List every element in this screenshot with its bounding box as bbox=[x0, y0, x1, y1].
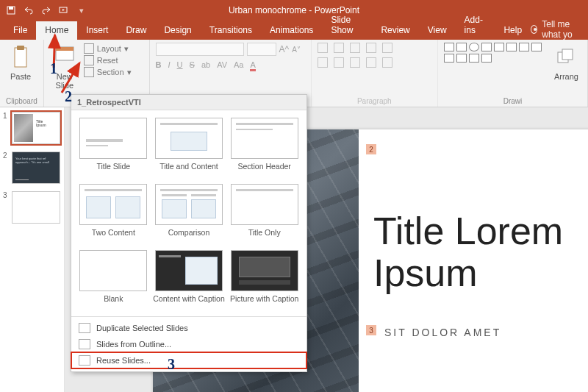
comment-tag-3[interactable]: 3 bbox=[366, 325, 376, 335]
chevron-down-icon: ▾ bbox=[127, 68, 132, 77]
title-bar: ▾ Urban monochrome - PowerPoint bbox=[0, 0, 588, 21]
layout-title-content[interactable]: Title and Content bbox=[153, 118, 226, 179]
slide-subtitle[interactable]: SIT DOLOR AMET bbox=[384, 327, 501, 338]
decrease-font-icon[interactable]: A˅ bbox=[292, 46, 301, 54]
tell-me-label: Tell me what yo bbox=[542, 19, 585, 40]
arrange-button[interactable]: Arrang bbox=[551, 43, 581, 82]
increase-font-icon[interactable]: A^ bbox=[279, 44, 290, 54]
start-slideshow-icon[interactable] bbox=[59, 5, 69, 15]
paste-label: Paste bbox=[10, 72, 31, 81]
strike-button[interactable]: S bbox=[190, 60, 195, 71]
font-size-select[interactable] bbox=[247, 43, 276, 56]
group-label-paragraph: Paragraph bbox=[318, 96, 431, 105]
shape-curve-icon[interactable] bbox=[531, 43, 542, 51]
tab-review[interactable]: Review bbox=[372, 21, 418, 40]
comment-tag-2[interactable]: 2 bbox=[366, 144, 376, 154]
italic-button[interactable]: I bbox=[168, 60, 171, 71]
window-title: Urban monochrome - PowerPoint bbox=[0, 5, 588, 15]
tab-transitions[interactable]: Transitions bbox=[201, 21, 261, 40]
indent-inc-icon[interactable] bbox=[366, 43, 376, 53]
outline-icon bbox=[79, 339, 90, 349]
shapes-palette[interactable] bbox=[444, 43, 547, 63]
shape-arrow-icon[interactable] bbox=[481, 43, 492, 51]
thumb-2[interactable]: 2Your best quote that refapproach... "It… bbox=[3, 152, 61, 184]
shape-rect-icon[interactable] bbox=[456, 43, 467, 51]
chevron-down-icon: ▾ bbox=[124, 44, 129, 54]
layout-comparison[interactable]: Comparison bbox=[153, 184, 226, 246]
menu-reuse-slides[interactable]: Reuse Slides... bbox=[71, 352, 306, 368]
layout-title-only[interactable]: Title Only bbox=[228, 184, 301, 246]
annotation-2: 2 bbox=[65, 88, 72, 105]
numbering-icon[interactable] bbox=[334, 43, 344, 53]
save-icon[interactable] bbox=[6, 5, 16, 15]
arrange-icon bbox=[554, 44, 578, 71]
qat-customize-icon[interactable]: ▾ bbox=[76, 5, 87, 15]
tell-me-search[interactable]: Tell me what yo bbox=[531, 19, 588, 40]
group-label-clipboard: Clipboard bbox=[6, 96, 37, 105]
thumb-3[interactable]: 3 bbox=[3, 191, 61, 224]
line-spacing-icon[interactable] bbox=[382, 43, 392, 53]
layout-two-content[interactable]: Two Content bbox=[77, 184, 150, 246]
gallery-menu: Duplicate Selected Slides Slides from Ou… bbox=[71, 316, 306, 371]
shape-oval-icon[interactable] bbox=[469, 43, 479, 51]
shape-triangle-icon[interactable] bbox=[494, 43, 504, 51]
layout-title-slide[interactable]: Title Slide bbox=[77, 118, 150, 179]
menu-slides-from-outline[interactable]: Slides from Outline... bbox=[71, 336, 306, 352]
tab-help[interactable]: Help bbox=[495, 21, 531, 40]
bullets-icon[interactable] bbox=[318, 43, 328, 53]
shadow-button[interactable]: ab bbox=[201, 60, 210, 71]
shape-star-icon[interactable] bbox=[506, 43, 517, 51]
bold-button[interactable]: B bbox=[156, 60, 162, 71]
thumb-1[interactable]: 1TitleIpsum bbox=[3, 112, 61, 144]
redo-icon[interactable] bbox=[41, 5, 51, 15]
shape-line-icon[interactable] bbox=[444, 43, 454, 51]
shape-more-icon[interactable] bbox=[481, 54, 492, 63]
tab-design[interactable]: Design bbox=[155, 21, 200, 40]
align-right-icon[interactable] bbox=[350, 57, 360, 68]
svg-rect-1 bbox=[9, 7, 13, 10]
indent-dec-icon[interactable] bbox=[350, 43, 360, 53]
case-button[interactable]: Aa bbox=[234, 60, 243, 71]
group-label-drawing: Drawi bbox=[444, 96, 581, 105]
layout-section-header[interactable]: Section Header bbox=[228, 118, 301, 179]
spacing-button[interactable]: AV bbox=[217, 60, 227, 71]
underline-button[interactable]: U bbox=[177, 60, 183, 71]
tab-view[interactable]: View bbox=[419, 21, 456, 40]
tab-insert[interactable]: Insert bbox=[77, 21, 117, 40]
justify-icon[interactable] bbox=[366, 57, 376, 68]
tab-addins[interactable]: Add-ins bbox=[456, 11, 495, 40]
layout-icon bbox=[84, 43, 94, 54]
tab-draw[interactable]: Draw bbox=[117, 21, 155, 40]
layout-button[interactable]: Layout ▾ bbox=[84, 43, 132, 54]
svg-rect-8 bbox=[562, 49, 573, 60]
ribbon-tabs: File Home Insert Draw Design Transitions… bbox=[0, 21, 588, 40]
layout-blank[interactable]: Blank bbox=[77, 250, 150, 312]
slide-title[interactable]: Title LoremIpsum bbox=[373, 210, 563, 294]
duplicate-icon bbox=[79, 323, 90, 333]
font-color-button[interactable]: A bbox=[250, 60, 255, 71]
annotation-3: 3 bbox=[168, 356, 175, 373]
slide-thumbnails: 1TitleIpsum 2Your best quote that refapp… bbox=[0, 107, 65, 392]
shape-brace-icon[interactable] bbox=[444, 54, 454, 63]
group-drawing: Arrang Drawi bbox=[438, 40, 588, 107]
layout-content-caption[interactable]: Content with Caption bbox=[153, 250, 226, 312]
columns-icon[interactable] bbox=[382, 57, 392, 68]
undo-icon[interactable] bbox=[24, 5, 34, 15]
tab-slideshow[interactable]: Slide Show bbox=[322, 11, 372, 40]
align-left-icon[interactable] bbox=[318, 57, 328, 68]
menu-duplicate-slides[interactable]: Duplicate Selected Slides bbox=[71, 320, 306, 336]
layout-picture-caption[interactable]: Picture with Caption bbox=[228, 250, 301, 312]
tab-animations[interactable]: Animations bbox=[261, 21, 322, 40]
reuse-icon bbox=[79, 355, 90, 366]
align-center-icon[interactable] bbox=[334, 57, 344, 68]
shape-callout-icon[interactable] bbox=[456, 54, 467, 63]
quick-access-toolbar: ▾ bbox=[0, 5, 87, 15]
gallery-theme-name: 1_RetrospectVTI bbox=[71, 95, 306, 110]
font-family-select[interactable] bbox=[156, 43, 244, 56]
new-slide-gallery: 1_RetrospectVTI Title Slide Title and Co… bbox=[71, 94, 307, 372]
shape-connector-icon[interactable] bbox=[519, 43, 529, 51]
lightbulb-icon bbox=[531, 25, 537, 34]
group-paragraph: Paragraph bbox=[312, 40, 438, 107]
annotation-1: 1 bbox=[50, 60, 57, 77]
shape-hex-icon[interactable] bbox=[469, 54, 479, 63]
